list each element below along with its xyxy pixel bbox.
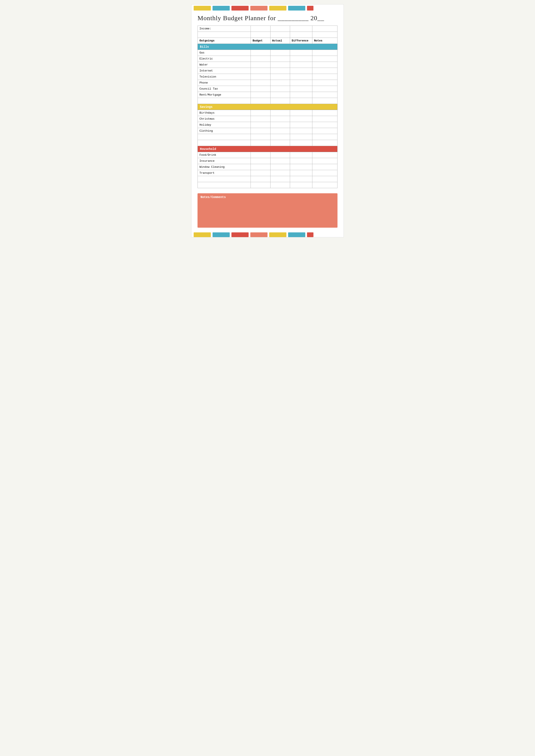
- row-cell[interactable]: [270, 122, 290, 128]
- row-cell[interactable]: [290, 152, 312, 158]
- row-cell[interactable]: [251, 98, 270, 104]
- row-cell[interactable]: [290, 50, 312, 56]
- table-row: Electric: [198, 56, 337, 62]
- row-cell[interactable]: [312, 170, 337, 176]
- row-label: Water: [198, 62, 251, 68]
- row-cell[interactable]: [312, 92, 337, 98]
- row-cell[interactable]: [270, 152, 290, 158]
- row-cell[interactable]: [312, 86, 337, 92]
- row-cell[interactable]: [270, 86, 290, 92]
- income-row: Income:: [198, 26, 337, 32]
- row-cell[interactable]: [251, 164, 270, 170]
- row-cell[interactable]: [312, 116, 337, 122]
- row-cell[interactable]: [270, 116, 290, 122]
- row-cell[interactable]: [270, 74, 290, 80]
- row-cell[interactable]: [290, 116, 312, 122]
- row-cell[interactable]: [290, 182, 312, 188]
- row-cell[interactable]: [251, 80, 270, 86]
- row-cell[interactable]: [290, 56, 312, 62]
- row-cell[interactable]: [290, 122, 312, 128]
- row-cell[interactable]: [290, 128, 312, 134]
- color-block: [194, 232, 211, 237]
- row-cell[interactable]: [270, 50, 290, 56]
- row-cell[interactable]: [251, 158, 270, 164]
- income-notes[interactable]: [312, 26, 337, 32]
- row-cell[interactable]: [312, 152, 337, 158]
- row-cell[interactable]: [312, 50, 337, 56]
- table-row: Window Cleaning: [198, 164, 337, 170]
- row-cell[interactable]: [270, 98, 290, 104]
- row-cell[interactable]: [270, 164, 290, 170]
- row-cell[interactable]: [312, 158, 337, 164]
- row-cell[interactable]: [312, 74, 337, 80]
- row-cell[interactable]: [251, 122, 270, 128]
- row-cell[interactable]: [312, 134, 337, 140]
- row-cell[interactable]: [270, 128, 290, 134]
- row-cell[interactable]: [251, 86, 270, 92]
- income-budget[interactable]: [251, 26, 270, 32]
- row-cell[interactable]: [270, 92, 290, 98]
- row-cell[interactable]: [251, 92, 270, 98]
- row-cell[interactable]: [251, 152, 270, 158]
- row-cell[interactable]: [251, 116, 270, 122]
- row-cell[interactable]: [270, 68, 290, 74]
- row-cell[interactable]: [270, 56, 290, 62]
- row-cell[interactable]: [290, 92, 312, 98]
- row-cell[interactable]: [312, 98, 337, 104]
- row-cell[interactable]: [312, 68, 337, 74]
- row-cell[interactable]: [270, 134, 290, 140]
- row-cell[interactable]: [251, 62, 270, 68]
- row-cell[interactable]: [290, 98, 312, 104]
- row-cell[interactable]: [312, 62, 337, 68]
- row-cell[interactable]: [270, 176, 290, 182]
- row-cell[interactable]: [251, 56, 270, 62]
- row-cell[interactable]: [312, 80, 337, 86]
- row-cell[interactable]: [312, 140, 337, 146]
- row-cell[interactable]: [290, 134, 312, 140]
- row-cell[interactable]: [290, 74, 312, 80]
- row-cell[interactable]: [251, 140, 270, 146]
- row-cell[interactable]: [290, 140, 312, 146]
- income-actual[interactable]: [270, 26, 290, 32]
- row-cell[interactable]: [312, 56, 337, 62]
- row-cell[interactable]: [251, 182, 270, 188]
- row-cell[interactable]: [251, 176, 270, 182]
- income-diff[interactable]: [290, 26, 312, 32]
- row-cell[interactable]: [290, 68, 312, 74]
- table-row: Birthdays: [198, 110, 337, 116]
- row-cell[interactable]: [251, 68, 270, 74]
- row-label: Insurance: [198, 158, 251, 164]
- notes-comments-section[interactable]: Notes/Comments: [198, 193, 337, 228]
- row-cell[interactable]: [290, 164, 312, 170]
- row-cell[interactable]: [270, 158, 290, 164]
- row-cell[interactable]: [312, 176, 337, 182]
- row-cell[interactable]: [290, 158, 312, 164]
- row-cell[interactable]: [251, 134, 270, 140]
- row-label: Window Cleaning: [198, 164, 251, 170]
- row-cell[interactable]: [312, 122, 337, 128]
- row-cell[interactable]: [251, 170, 270, 176]
- row-cell[interactable]: [290, 176, 312, 182]
- row-cell[interactable]: [270, 110, 290, 116]
- row-cell[interactable]: [290, 62, 312, 68]
- row-cell[interactable]: [251, 128, 270, 134]
- row-cell[interactable]: [312, 110, 337, 116]
- row-cell[interactable]: [312, 164, 337, 170]
- row-cell[interactable]: [312, 182, 337, 188]
- row-cell[interactable]: [312, 128, 337, 134]
- row-cell[interactable]: [270, 80, 290, 86]
- row-cell[interactable]: [251, 74, 270, 80]
- row-cell[interactable]: [251, 110, 270, 116]
- row-cell[interactable]: [290, 170, 312, 176]
- row-cell[interactable]: [290, 86, 312, 92]
- row-cell[interactable]: [290, 110, 312, 116]
- row-cell[interactable]: [270, 140, 290, 146]
- color-block: [307, 6, 313, 11]
- empty-row: [198, 176, 337, 182]
- row-cell[interactable]: [270, 62, 290, 68]
- row-cell[interactable]: [290, 80, 312, 86]
- row-cell[interactable]: [251, 50, 270, 56]
- row-cell[interactable]: [270, 182, 290, 188]
- row-cell[interactable]: [270, 170, 290, 176]
- color-block: [194, 6, 211, 11]
